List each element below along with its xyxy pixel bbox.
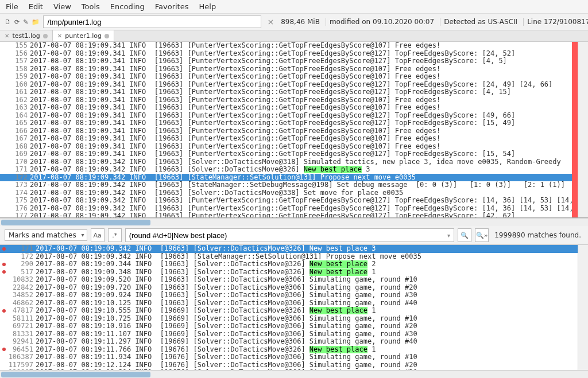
log-row[interactable]: 1712017-08-07 08:19:09.342 INFO [19663] … <box>0 166 572 174</box>
row-marker <box>0 245 8 253</box>
log-row[interactable]: 1662017-08-07 08:19:09.341 INFO [19663] … <box>0 127 572 135</box>
row-marker <box>0 174 8 182</box>
search-input-box[interactable]: ▾ <box>125 228 454 242</box>
log-row[interactable]: 1752017-08-07 08:19:09.342 INFO [19663] … <box>0 197 572 205</box>
search-button[interactable]: 🔍 <box>458 228 471 242</box>
dropdown-icon[interactable]: ▾ <box>447 232 450 239</box>
close-icon[interactable]: ✕ <box>57 33 62 39</box>
log-text: 2017-08-07 08:19:09.342 INFO [19663] [Pu… <box>30 205 572 213</box>
log-row[interactable]: 1702017-08-07 08:19:09.342 INFO [19663] … <box>0 158 572 166</box>
line-number: 10832 <box>8 276 36 284</box>
log-row[interactable]: 1652017-08-07 08:19:09.341 INFO [19663] … <box>0 119 572 127</box>
log-text: 2017-08-07 08:19:09.341 INFO [19663] [Pu… <box>30 150 572 158</box>
log-main-pane[interactable]: 1552017-08-07 08:19:09.341 INFO [19663] … <box>0 42 588 218</box>
new-file-icon[interactable]: 🗋 <box>5 18 11 26</box>
log-row[interactable]: 5172017-08-07 08:19:09.348 INFO [19663] … <box>0 268 578 276</box>
vscroll-bottom[interactable] <box>578 245 588 370</box>
log-text: 2017-08-07 08:19:09.341 INFO [19663] [Pu… <box>30 57 572 65</box>
log-row[interactable]: 1562017-08-07 08:19:09.341 INFO [19663] … <box>0 50 572 58</box>
log-row[interactable]: 1762017-08-07 08:19:09.342 INFO [19663] … <box>0 205 572 213</box>
overview-ruler[interactable] <box>572 42 578 217</box>
save-icon[interactable]: ✎ <box>23 18 28 26</box>
case-sensitive-button[interactable]: Aa <box>91 228 105 242</box>
menu-favorites[interactable]: Favorites <box>155 2 189 11</box>
log-row[interactable]: 964512017-08-07 08:19:11.766 INFO [19676… <box>0 346 578 354</box>
search-input[interactable] <box>129 231 445 240</box>
log-text: 2017-08-07 08:19:09.341 INFO [19663] [Pu… <box>30 119 572 127</box>
log-row[interactable]: 468622017-08-07 08:19:10.125 INFO [19663… <box>0 299 578 307</box>
menu-tools[interactable]: Tools <box>82 2 100 11</box>
log-row[interactable]: 581112017-08-07 08:19:10.725 INFO [19669… <box>0 315 578 323</box>
row-marker <box>0 205 8 213</box>
tab-punter1-log[interactable]: ✕punter1.log <box>53 30 114 41</box>
line-number: 92941 <box>8 338 36 346</box>
log-row[interactable]: 1592017-08-07 08:19:09.341 INFO [19663] … <box>0 73 572 81</box>
log-row[interactable]: 1063872017-08-07 08:19:11.934 INFO [1967… <box>0 353 578 361</box>
search-mode-dropdown[interactable]: Marks and matches <box>5 229 87 241</box>
log-row[interactable]: 1582017-08-07 08:19:09.341 INFO [19663] … <box>0 65 572 73</box>
log-row[interactable]: 1742017-08-07 08:19:09.342 INFO [19663] … <box>0 189 572 197</box>
log-text: 2017-08-07 08:19:09.520 INFO [19663] [So… <box>36 276 578 284</box>
hscroll-bottom[interactable] <box>0 370 588 378</box>
row-marker <box>0 181 8 189</box>
reload-icon[interactable]: ⟳ <box>14 18 20 26</box>
log-row[interactable]: 2902017-08-07 08:19:09.344 INFO [19663] … <box>0 260 578 268</box>
line-number: 168 <box>8 143 30 151</box>
log-row[interactable]: 1175972017-08-07 08:19:12.124 INFO [1967… <box>0 361 578 369</box>
log-row[interactable]: 1722017-08-07 08:19:09.342 INFO [19663] … <box>0 174 572 182</box>
regex-button[interactable]: .* <box>108 228 122 242</box>
line-number: 160 <box>8 81 30 89</box>
log-row[interactable]: 1632017-08-07 08:19:09.341 INFO [19663] … <box>0 104 572 112</box>
log-row[interactable]: 348522017-08-07 08:19:09.924 INFO [19663… <box>0 291 578 299</box>
close-icon[interactable]: ✕ <box>5 33 9 39</box>
log-filter-pane[interactable]: 1712017-08-07 08:19:09.342 INFO [19663] … <box>0 245 588 370</box>
menu-file[interactable]: File <box>6 2 18 11</box>
row-marker <box>0 73 8 81</box>
log-row[interactable]: 1622017-08-07 08:19:09.341 INFO [19663] … <box>0 96 572 104</box>
menubar: FileEditViewToolsEncodingFavoritesHelp <box>0 0 588 14</box>
log-row[interactable]: 1772017-08-07 08:19:09.342 INFO [19663] … <box>0 212 572 217</box>
log-row[interactable]: 108322017-08-07 08:19:09.520 INFO [19663… <box>0 276 578 284</box>
search-next-button[interactable]: 🔍» <box>475 228 489 242</box>
folder-icon[interactable]: 📁 <box>32 18 40 26</box>
log-row[interactable]: 1572017-08-07 08:19:09.341 INFO [19663] … <box>0 57 572 65</box>
path-input[interactable] <box>47 18 257 26</box>
clear-path-icon[interactable]: × <box>267 17 274 26</box>
log-row[interactable]: 1672017-08-07 08:19:09.341 INFO [19663] … <box>0 135 572 143</box>
hscroll-main[interactable] <box>0 218 588 226</box>
log-row[interactable]: 813312017-08-07 08:19:11.107 INFO [19669… <box>0 330 578 338</box>
log-row[interactable]: 1552017-08-07 08:19:09.341 INFO [19663] … <box>0 42 572 50</box>
row-marker <box>0 299 8 307</box>
path-input-box[interactable] <box>43 15 261 28</box>
tab-test1-log[interactable]: ✕test1.log <box>0 30 53 41</box>
log-row[interactable]: 697212017-08-07 08:19:10.916 INFO [19669… <box>0 322 578 330</box>
line-number: 172 <box>8 253 36 261</box>
log-text: 2017-08-07 08:19:09.342 INFO [19663] [St… <box>36 253 578 261</box>
menu-edit[interactable]: Edit <box>29 2 43 11</box>
log-row[interactable]: 1602017-08-07 08:19:09.341 INFO [19663] … <box>0 81 572 89</box>
menu-help[interactable]: Help <box>199 2 216 11</box>
line-number: 157 <box>8 57 30 65</box>
log-row[interactable]: 1642017-08-07 08:19:09.341 INFO [19663] … <box>0 112 572 120</box>
log-row[interactable]: 1612017-08-07 08:19:09.341 INFO [19663] … <box>0 88 572 96</box>
log-row[interactable]: 1692017-08-07 08:19:09.341 INFO [19663] … <box>0 150 572 158</box>
line-number: 164 <box>8 112 30 120</box>
log-row[interactable]: 1722017-08-07 08:19:09.342 INFO [19663] … <box>0 253 578 261</box>
log-text: 2017-08-07 08:19:09.348 INFO [19663] [So… <box>36 268 578 276</box>
menu-encoding[interactable]: Encoding <box>110 2 145 11</box>
log-text: 2017-08-07 08:19:09.341 INFO [19663] [Pu… <box>30 127 572 135</box>
row-marker <box>0 127 8 135</box>
log-row[interactable]: 1712017-08-07 08:19:09.342 INFO [19663] … <box>0 245 578 253</box>
menu-view[interactable]: View <box>53 2 71 11</box>
row-marker <box>0 346 8 354</box>
log-row[interactable]: 929412017-08-07 08:19:11.297 INFO [19669… <box>0 338 578 346</box>
log-text: 2017-08-07 08:19:11.934 INFO [19676] [So… <box>36 353 578 361</box>
log-row[interactable]: 1732017-08-07 08:19:09.342 INFO [19663] … <box>0 181 572 189</box>
log-text: 2017-08-07 08:19:09.720 INFO [19663] [So… <box>36 284 578 292</box>
log-row[interactable]: 1682017-08-07 08:19:09.341 INFO [19663] … <box>0 143 572 151</box>
log-row[interactable]: 478172017-08-07 08:19:10.555 INFO [19669… <box>0 307 578 315</box>
row-marker <box>0 96 8 104</box>
vscroll[interactable] <box>578 42 588 217</box>
line-number: 517 <box>8 268 36 276</box>
log-row[interactable]: 228422017-08-07 08:19:09.720 INFO [19663… <box>0 284 578 292</box>
